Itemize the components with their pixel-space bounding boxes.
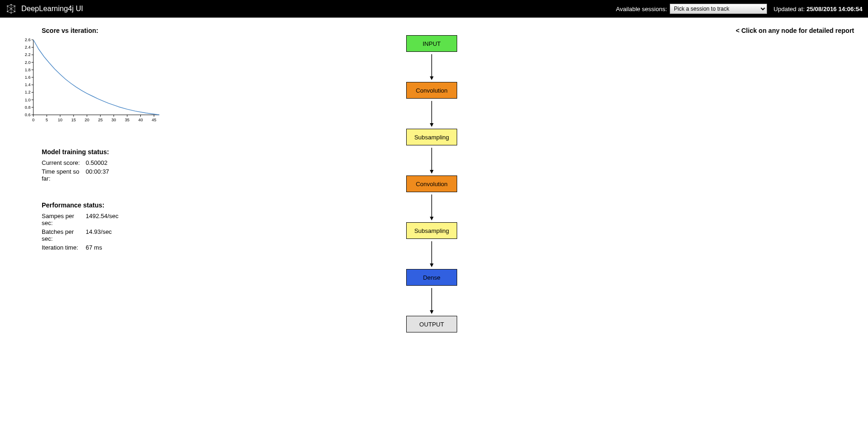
y-tick-label: 1.8 [25,68,31,72]
arrow-down-icon [429,286,434,316]
status-row: Sampes per sec:1492.54/sec [42,212,119,227]
x-tick-label: 15 [71,118,76,122]
status-row: Iteration time:67 ms [42,243,119,252]
node-sub1[interactable]: Subsampling [406,129,457,145]
training-status-section: Model training status: Current score:0.5… [42,148,195,183]
x-tick-label: 0 [32,118,34,122]
status-value: 14.93/sec [86,227,119,243]
y-tick-label: 1.2 [25,90,31,94]
y-tick-label: 2.4 [25,45,31,50]
status-row: Current score:0.50002 [42,158,109,167]
x-tick-label: 10 [58,118,63,122]
x-tick-label: 45 [151,118,156,122]
training-status-heading: Model training status: [42,148,195,156]
svg-marker-42 [430,123,434,127]
right-column: < Click on any node for detailed report [669,27,868,34]
node-sub2[interactable]: Subsampling [406,222,457,239]
svg-marker-50 [430,310,434,314]
y-tick-label: 2.0 [25,60,31,65]
chart-title: Score vs iteration: [42,27,195,34]
node-conv1[interactable]: Convolution [406,82,457,99]
top-bar: DeepLearning4j UI Available sessions: Pi… [0,0,868,18]
updated-at-label: Updated at: [774,6,805,13]
svg-point-13 [11,4,12,6]
left-column: Score vs iteration: 0.60.81.01.21.41.61.… [0,27,195,252]
app-logo-icon [6,3,17,14]
svg-point-12 [14,11,16,13]
svg-point-11 [7,11,8,13]
status-value: 67 ms [86,243,119,252]
y-tick-label: 2.6 [25,38,31,42]
main-area: Score vs iteration: 0.60.81.01.21.41.61.… [0,18,868,332]
svg-point-10 [14,6,16,7]
status-row: Time spent so far:00:00:37 [42,167,109,183]
arrow-down-icon [429,145,434,175]
status-label: Time spent so far: [42,167,86,183]
status-row: Batches per sec:14.93/sec [42,227,119,243]
performance-status-section: Performance status: Sampes per sec:1492.… [42,201,195,252]
y-tick-label: 0.8 [25,105,31,110]
node-output[interactable]: OUTPUT [406,316,457,332]
svg-marker-46 [430,217,434,220]
score-line [33,40,159,115]
app-title: DeepLearning4j UI [21,5,83,13]
node-conv2[interactable]: Convolution [406,175,457,192]
y-tick-label: 1.4 [25,82,31,87]
svg-point-15 [11,8,12,10]
node-input[interactable]: INPUT [406,35,457,52]
svg-marker-44 [430,170,434,174]
score-chart: 0.60.81.01.21.41.61.82.02.22.42.60510152… [14,37,162,125]
sessions-label: Available sessions: [616,6,667,13]
status-label: Iteration time: [42,243,86,252]
updated-at-value: 25/08/2016 14:06:54 [806,6,862,13]
arrow-down-icon [429,192,434,222]
x-tick-label: 5 [45,118,48,122]
x-tick-label: 30 [112,118,116,122]
status-label: Sampes per sec: [42,212,86,227]
y-tick-label: 1.6 [25,75,31,80]
x-tick-label: 35 [125,118,130,122]
arrow-down-icon [429,52,434,82]
detail-hint: < Click on any node for detailed report [669,27,854,34]
y-tick-label: 0.6 [25,113,31,117]
performance-status-heading: Performance status: [42,201,195,209]
x-tick-label: 20 [85,118,89,122]
svg-marker-40 [430,76,434,80]
x-tick-label: 25 [98,118,103,122]
svg-point-9 [7,6,8,7]
status-value: 0.50002 [86,158,109,167]
node-dense[interactable]: Dense [406,269,457,286]
status-value: 00:00:37 [86,167,109,183]
network-graph: INPUTConvolutionSubsamplingConvolutionSu… [195,27,669,332]
y-tick-label: 1.0 [25,98,31,102]
status-label: Batches per sec: [42,227,86,243]
arrow-down-icon [429,239,434,269]
svg-marker-48 [430,263,434,267]
svg-point-14 [11,13,12,14]
arrow-down-icon [429,99,434,129]
status-value: 1492.54/sec [86,212,119,227]
session-select[interactable]: Pick a session to track [670,4,767,14]
status-label: Current score: [42,158,86,167]
y-tick-label: 2.2 [25,52,31,57]
x-tick-label: 40 [138,118,143,122]
